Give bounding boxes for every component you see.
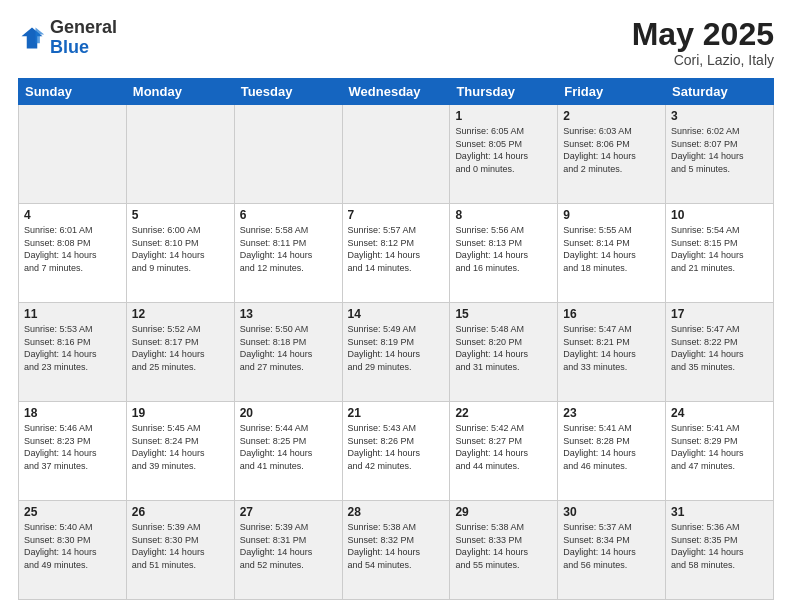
logo-icon [18, 24, 46, 52]
calendar-cell: 4Sunrise: 6:01 AM Sunset: 8:08 PM Daylig… [19, 204, 127, 303]
calendar-week-row: 4Sunrise: 6:01 AM Sunset: 8:08 PM Daylig… [19, 204, 774, 303]
col-wednesday: Wednesday [342, 79, 450, 105]
day-number: 31 [671, 505, 768, 519]
calendar-cell: 23Sunrise: 5:41 AM Sunset: 8:28 PM Dayli… [558, 402, 666, 501]
calendar-table: Sunday Monday Tuesday Wednesday Thursday… [18, 78, 774, 600]
day-info: Sunrise: 5:48 AM Sunset: 8:20 PM Dayligh… [455, 323, 552, 373]
calendar-cell: 2Sunrise: 6:03 AM Sunset: 8:06 PM Daylig… [558, 105, 666, 204]
day-info: Sunrise: 5:56 AM Sunset: 8:13 PM Dayligh… [455, 224, 552, 274]
day-number: 1 [455, 109, 552, 123]
day-number: 10 [671, 208, 768, 222]
day-info: Sunrise: 5:50 AM Sunset: 8:18 PM Dayligh… [240, 323, 337, 373]
calendar-week-row: 18Sunrise: 5:46 AM Sunset: 8:23 PM Dayli… [19, 402, 774, 501]
day-info: Sunrise: 5:42 AM Sunset: 8:27 PM Dayligh… [455, 422, 552, 472]
calendar-cell [234, 105, 342, 204]
calendar-cell: 22Sunrise: 5:42 AM Sunset: 8:27 PM Dayli… [450, 402, 558, 501]
logo-text-block: General Blue [50, 18, 117, 58]
day-number: 9 [563, 208, 660, 222]
day-number: 20 [240, 406, 337, 420]
svg-marker-1 [36, 27, 45, 43]
col-friday: Friday [558, 79, 666, 105]
day-number: 27 [240, 505, 337, 519]
day-number: 29 [455, 505, 552, 519]
logo-text: General Blue [50, 18, 117, 58]
calendar-cell: 13Sunrise: 5:50 AM Sunset: 8:18 PM Dayli… [234, 303, 342, 402]
calendar-cell: 30Sunrise: 5:37 AM Sunset: 8:34 PM Dayli… [558, 501, 666, 600]
day-info: Sunrise: 5:40 AM Sunset: 8:30 PM Dayligh… [24, 521, 121, 571]
calendar-cell: 26Sunrise: 5:39 AM Sunset: 8:30 PM Dayli… [126, 501, 234, 600]
calendar-cell [342, 105, 450, 204]
day-info: Sunrise: 5:46 AM Sunset: 8:23 PM Dayligh… [24, 422, 121, 472]
day-number: 5 [132, 208, 229, 222]
day-number: 28 [348, 505, 445, 519]
day-number: 25 [24, 505, 121, 519]
calendar-cell: 28Sunrise: 5:38 AM Sunset: 8:32 PM Dayli… [342, 501, 450, 600]
day-number: 18 [24, 406, 121, 420]
day-info: Sunrise: 5:44 AM Sunset: 8:25 PM Dayligh… [240, 422, 337, 472]
day-number: 16 [563, 307, 660, 321]
day-info: Sunrise: 5:52 AM Sunset: 8:17 PM Dayligh… [132, 323, 229, 373]
day-info: Sunrise: 5:43 AM Sunset: 8:26 PM Dayligh… [348, 422, 445, 472]
col-thursday: Thursday [450, 79, 558, 105]
day-number: 3 [671, 109, 768, 123]
day-info: Sunrise: 5:37 AM Sunset: 8:34 PM Dayligh… [563, 521, 660, 571]
day-number: 13 [240, 307, 337, 321]
day-info: Sunrise: 5:58 AM Sunset: 8:11 PM Dayligh… [240, 224, 337, 274]
calendar-cell: 8Sunrise: 5:56 AM Sunset: 8:13 PM Daylig… [450, 204, 558, 303]
calendar-week-row: 1Sunrise: 6:05 AM Sunset: 8:05 PM Daylig… [19, 105, 774, 204]
day-info: Sunrise: 5:47 AM Sunset: 8:21 PM Dayligh… [563, 323, 660, 373]
calendar-cell: 3Sunrise: 6:02 AM Sunset: 8:07 PM Daylig… [666, 105, 774, 204]
day-info: Sunrise: 5:49 AM Sunset: 8:19 PM Dayligh… [348, 323, 445, 373]
calendar-cell: 17Sunrise: 5:47 AM Sunset: 8:22 PM Dayli… [666, 303, 774, 402]
location: Cori, Lazio, Italy [632, 52, 774, 68]
day-number: 17 [671, 307, 768, 321]
day-number: 2 [563, 109, 660, 123]
col-monday: Monday [126, 79, 234, 105]
day-info: Sunrise: 5:53 AM Sunset: 8:16 PM Dayligh… [24, 323, 121, 373]
day-info: Sunrise: 5:39 AM Sunset: 8:31 PM Dayligh… [240, 521, 337, 571]
calendar-cell: 1Sunrise: 6:05 AM Sunset: 8:05 PM Daylig… [450, 105, 558, 204]
day-number: 24 [671, 406, 768, 420]
calendar-cell: 16Sunrise: 5:47 AM Sunset: 8:21 PM Dayli… [558, 303, 666, 402]
day-info: Sunrise: 5:55 AM Sunset: 8:14 PM Dayligh… [563, 224, 660, 274]
day-number: 26 [132, 505, 229, 519]
day-info: Sunrise: 5:41 AM Sunset: 8:28 PM Dayligh… [563, 422, 660, 472]
calendar-cell: 12Sunrise: 5:52 AM Sunset: 8:17 PM Dayli… [126, 303, 234, 402]
col-saturday: Saturday [666, 79, 774, 105]
day-info: Sunrise: 5:45 AM Sunset: 8:24 PM Dayligh… [132, 422, 229, 472]
calendar-cell: 21Sunrise: 5:43 AM Sunset: 8:26 PM Dayli… [342, 402, 450, 501]
day-info: Sunrise: 5:36 AM Sunset: 8:35 PM Dayligh… [671, 521, 768, 571]
day-number: 19 [132, 406, 229, 420]
calendar-cell [126, 105, 234, 204]
calendar-cell: 18Sunrise: 5:46 AM Sunset: 8:23 PM Dayli… [19, 402, 127, 501]
calendar-cell: 11Sunrise: 5:53 AM Sunset: 8:16 PM Dayli… [19, 303, 127, 402]
calendar-cell: 24Sunrise: 5:41 AM Sunset: 8:29 PM Dayli… [666, 402, 774, 501]
day-number: 7 [348, 208, 445, 222]
day-info: Sunrise: 5:47 AM Sunset: 8:22 PM Dayligh… [671, 323, 768, 373]
day-info: Sunrise: 5:57 AM Sunset: 8:12 PM Dayligh… [348, 224, 445, 274]
calendar-week-row: 11Sunrise: 5:53 AM Sunset: 8:16 PM Dayli… [19, 303, 774, 402]
header: General Blue May 2025 Cori, Lazio, Italy [18, 18, 774, 68]
calendar-cell: 27Sunrise: 5:39 AM Sunset: 8:31 PM Dayli… [234, 501, 342, 600]
calendar-cell: 31Sunrise: 5:36 AM Sunset: 8:35 PM Dayli… [666, 501, 774, 600]
calendar-cell: 29Sunrise: 5:38 AM Sunset: 8:33 PM Dayli… [450, 501, 558, 600]
calendar-cell: 25Sunrise: 5:40 AM Sunset: 8:30 PM Dayli… [19, 501, 127, 600]
logo-general: General [50, 17, 117, 37]
day-number: 23 [563, 406, 660, 420]
day-number: 6 [240, 208, 337, 222]
day-info: Sunrise: 5:54 AM Sunset: 8:15 PM Dayligh… [671, 224, 768, 274]
col-tuesday: Tuesday [234, 79, 342, 105]
day-number: 21 [348, 406, 445, 420]
logo: General Blue [18, 18, 117, 58]
day-number: 15 [455, 307, 552, 321]
calendar-cell: 20Sunrise: 5:44 AM Sunset: 8:25 PM Dayli… [234, 402, 342, 501]
day-number: 30 [563, 505, 660, 519]
day-number: 8 [455, 208, 552, 222]
calendar-cell: 19Sunrise: 5:45 AM Sunset: 8:24 PM Dayli… [126, 402, 234, 501]
day-info: Sunrise: 5:38 AM Sunset: 8:32 PM Dayligh… [348, 521, 445, 571]
day-info: Sunrise: 6:02 AM Sunset: 8:07 PM Dayligh… [671, 125, 768, 175]
day-number: 12 [132, 307, 229, 321]
day-number: 22 [455, 406, 552, 420]
calendar-cell: 7Sunrise: 5:57 AM Sunset: 8:12 PM Daylig… [342, 204, 450, 303]
calendar-cell: 6Sunrise: 5:58 AM Sunset: 8:11 PM Daylig… [234, 204, 342, 303]
